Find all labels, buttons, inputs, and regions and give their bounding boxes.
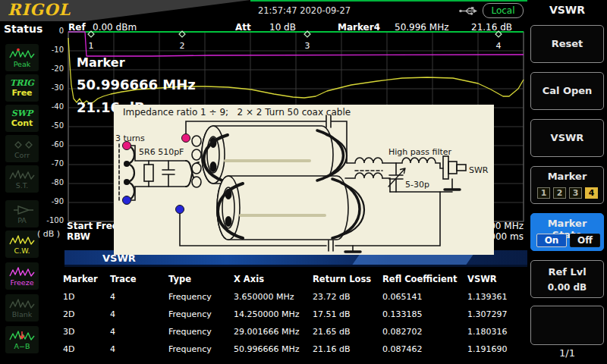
- table-row-0-cell-5: 0.065141: [382, 288, 467, 306]
- marker-table: MarkerTraceTypeX AxisReturn LossRefl Coe…: [63, 271, 527, 358]
- marker-number-4[interactable]: 4: [585, 187, 598, 199]
- status-pa-label: PA: [17, 216, 27, 224]
- table-header-0: Marker: [63, 271, 110, 288]
- y-tick--90: -90: [35, 197, 64, 206]
- status-ab: A−B: [5, 326, 39, 353]
- softkey-marker-label: Marker: [531, 171, 603, 182]
- table-row-0-cell-2: Frequency: [168, 288, 234, 306]
- y-tick--40: -40: [35, 102, 64, 111]
- marker-number-2[interactable]: 2: [553, 187, 566, 199]
- softkey-ref-lvl-label: Ref Lvl: [531, 266, 603, 278]
- overlay-title: Impedance ratio 1 ÷ 9; 2 × 2 Turn 50 coa…: [123, 107, 351, 118]
- table-row-2-cell-2: Frequency: [168, 323, 234, 340]
- softkey-reset-label: Reset: [531, 38, 603, 49]
- filter-coil: [382, 158, 443, 168]
- table-row-1-cell-2: Frequency: [168, 306, 234, 323]
- table-row-0-cell-0: 1D: [63, 288, 110, 306]
- ref-label: Ref: [68, 22, 86, 33]
- softkey-reset[interactable]: Reset: [530, 25, 604, 63]
- rc-label: 5R6 510pF: [139, 147, 184, 157]
- freeze-icon: [8, 266, 36, 278]
- table-row-3-cell-1: 4: [110, 340, 168, 358]
- banner-edge: [64, 265, 527, 267]
- local-badge: Local: [483, 3, 524, 18]
- status-pa: PA: [5, 200, 39, 228]
- att-label: Att: [235, 22, 251, 33]
- status-swp-tag: SWP: [11, 108, 33, 118]
- table-row-1-cell-5: 0.133185: [382, 306, 467, 323]
- table-row-1-cell-6: 1.307297: [467, 306, 527, 323]
- marker-state-option-off[interactable]: Off: [570, 234, 600, 247]
- softkey-cal-open[interactable]: Cal Open: [530, 72, 604, 110]
- menu-title: VSWR: [527, 4, 607, 16]
- marker-state-option-on[interactable]: On: [536, 234, 567, 247]
- softkey-marker[interactable]: Marker1234: [530, 166, 604, 204]
- variable-capacitor: [389, 163, 403, 192]
- choke-coil-bottom: [345, 173, 382, 178]
- table-header-4: Return Loss: [313, 271, 382, 288]
- start-freq-label: Start Freq: [67, 221, 118, 231]
- table-header-3: X Axis: [234, 271, 313, 288]
- table-row-2-cell-0: 3D: [63, 323, 110, 340]
- swr-connector: [443, 156, 448, 179]
- marker-3-number: 3: [305, 41, 310, 51]
- softkey-vswr[interactable]: VSWR: [530, 119, 604, 157]
- y-tick--100: -100: [35, 216, 64, 224]
- marker-readout-freq: 50.996666 MHz: [77, 77, 196, 93]
- table-row-2-cell-1: 4: [110, 323, 168, 340]
- marker-readout-title: Marker: [77, 55, 125, 70]
- status-trig-label: Free: [11, 88, 32, 98]
- table-row-3-cell-4: 21.16 dB: [313, 340, 382, 358]
- schematic-drawing: 3 turns 5R6 510pF High pass filter 5-30p…: [114, 105, 494, 255]
- table-row-0-cell-4: 23.72 dB: [313, 288, 382, 306]
- status-cw-label: C.W.: [14, 246, 30, 255]
- table-row-3-cell-0: 4D: [63, 340, 110, 358]
- varcap-label: 5-30p: [405, 180, 429, 190]
- softkey-marker-state[interactable]: Marker StateOnOff: [530, 213, 604, 251]
- status-freeze-label: Freeze: [11, 278, 34, 287]
- y-tick--50: -50: [35, 121, 64, 130]
- ground-terminal-dot: [123, 196, 131, 205]
- y-axis-unit: ( dB ): [30, 229, 67, 239]
- status-peak: Peak: [5, 44, 39, 71]
- table-row-1-cell-4: 17.51 dB: [313, 306, 382, 323]
- schematic-overlay: 3 turns 5R6 510pF High pass filter 5-30p…: [114, 105, 494, 255]
- softkey-ref-lvl-value: 0.00 dB: [531, 282, 603, 293]
- status-peak-label: Peak: [14, 60, 31, 68]
- status-corr-label: Corr: [14, 151, 30, 159]
- y-tick--80: -80: [35, 178, 64, 187]
- status-swp: SWPCont: [5, 105, 39, 132]
- table-header-1: Trace: [110, 271, 168, 288]
- status-corr: Corr: [5, 135, 39, 162]
- datetime: 21:57:47 2020-09-27: [237, 5, 372, 16]
- softkey-blank-key[interactable]: [530, 306, 604, 345]
- status-freeze: Freeze: [5, 262, 39, 290]
- marker-1-number: 1: [89, 41, 94, 51]
- peak-icon: [8, 48, 36, 60]
- marker-number-3[interactable]: 3: [569, 187, 582, 199]
- top-bar: RIGOL 21:57:47 2020-09-27 Local: [0, 0, 607, 21]
- menu-page-indicator: 1/1: [527, 347, 607, 359]
- y-tick--10: -10: [35, 46, 64, 54]
- softkey-ref-lvl[interactable]: Ref Lvl0.00 dB: [530, 260, 604, 298]
- capacitor: [162, 161, 175, 187]
- table-header-6: VSWR: [467, 271, 527, 288]
- top-green-line: [250, 0, 529, 2]
- brand-logo: RIGOL: [8, 0, 71, 19]
- y-tick--20: -20: [35, 64, 64, 73]
- table-row-3-cell-2: Frequency: [168, 340, 234, 358]
- status-st-label: S.T.: [16, 181, 29, 190]
- y-tick--70: -70: [35, 159, 64, 168]
- status-blank-label: Blank: [12, 310, 33, 318]
- table-row-0-cell-1: 4: [110, 288, 168, 306]
- table-header-5: Refl Coefficient: [382, 271, 467, 288]
- hpf-label: High pass filter: [388, 147, 452, 157]
- table-row-0-cell-3: 3.650000 MHz: [234, 288, 313, 306]
- marker-number-1[interactable]: 1: [537, 187, 550, 199]
- pa-icon: [8, 204, 36, 216]
- resistor: [144, 165, 153, 181]
- table-row-3-cell-3: 50.996666 MHz: [234, 340, 313, 358]
- table-row-2-cell-5: 0.082702: [382, 323, 467, 340]
- choke-coil-top: [347, 158, 382, 163]
- table-row-2-cell-6: 1.180316: [467, 323, 527, 340]
